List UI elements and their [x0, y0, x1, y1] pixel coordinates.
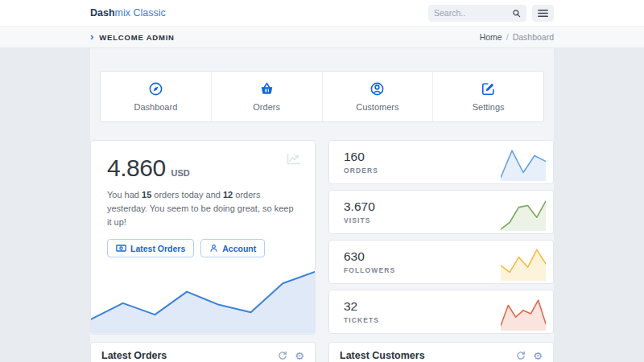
- brand-bold: Dash: [90, 7, 115, 19]
- nav-card-label: Settings: [473, 102, 505, 112]
- page-title: WELCOME ADMIN: [99, 33, 174, 42]
- edit-icon: [481, 81, 496, 97]
- orders-stat-label: ORDERS: [344, 167, 378, 175]
- quick-nav-block: Dashboard Orders: [100, 71, 544, 122]
- user-circle-icon: [369, 81, 385, 97]
- tickets-stat-label: TICKETS: [344, 316, 379, 324]
- breadcrumb-home-link[interactable]: Home: [480, 32, 502, 42]
- earnings-currency: USD: [171, 168, 190, 178]
- orders-yesterday-count: 12: [223, 190, 233, 200]
- nav-card-label: Dashboard: [134, 102, 177, 112]
- orders-stat-card[interactable]: 160 ORDERS: [328, 140, 554, 184]
- nav-card-customers[interactable]: Customers: [323, 72, 434, 121]
- latest-orders-panel: Latest Orders ⚙: [90, 342, 316, 362]
- followers-stat-card[interactable]: 630 FOLLOWERS: [328, 240, 554, 284]
- person-icon: [209, 244, 218, 253]
- breadcrumb: Home / Dashboard: [480, 32, 554, 42]
- earnings-amount: 4.860: [107, 154, 166, 182]
- earnings-area-chart: [91, 257, 315, 334]
- latest-orders-panel-title: Latest Orders: [101, 350, 167, 361]
- gear-icon[interactable]: ⚙: [295, 351, 304, 361]
- chevron-right-icon: ›: [90, 31, 93, 42]
- followers-sparkline-chart: [501, 247, 546, 281]
- tickets-stat-value: 32: [344, 299, 379, 314]
- nav-card-settings[interactable]: Settings: [433, 72, 543, 121]
- latest-customers-panel: Latest Customers ⚙: [328, 342, 554, 362]
- visits-stat-card[interactable]: 3.670 VISITS: [328, 190, 554, 234]
- search-box: [428, 5, 526, 22]
- brand-rest: mix Classic: [115, 7, 166, 19]
- page-header-bar: › WELCOME ADMIN Home / Dashboard: [0, 27, 644, 48]
- refresh-icon[interactable]: [516, 351, 526, 360]
- breadcrumb-separator: /: [506, 32, 509, 42]
- earnings-summary-card: 4.860 USD You had 15 orders today and 12…: [90, 140, 316, 335]
- followers-stat-value: 630: [344, 249, 395, 264]
- orders-stat-value: 160: [344, 150, 378, 164]
- account-button-label: Account: [222, 244, 256, 253]
- nav-card-label: Customers: [356, 102, 398, 112]
- orders-today-count: 15: [142, 190, 151, 200]
- earnings-description: You had 15 orders today and 12 orders ye…: [107, 188, 299, 229]
- nav-card-orders[interactable]: Orders: [212, 72, 323, 121]
- basket-icon: [259, 81, 275, 97]
- banknote-icon: [116, 245, 126, 252]
- visits-stat-value: 3.670: [344, 200, 375, 214]
- search-input[interactable]: [434, 8, 508, 18]
- visits-stat-label: VISITS: [344, 216, 375, 224]
- magnifier-icon[interactable]: [512, 9, 521, 18]
- top-header: Dashmix Classic: [0, 0, 644, 27]
- orders-sparkline-chart: [501, 147, 546, 181]
- latest-orders-button-label: Latest Orders: [130, 244, 185, 253]
- compass-icon: [148, 81, 163, 97]
- chart-line-icon: [286, 152, 302, 166]
- refresh-icon[interactable]: [278, 351, 287, 360]
- tickets-sparkline-chart: [501, 297, 546, 331]
- nav-card-dashboard[interactable]: Dashboard: [101, 72, 212, 121]
- tickets-stat-card[interactable]: 32 TICKETS: [328, 290, 554, 334]
- gear-icon[interactable]: ⚙: [533, 351, 543, 361]
- latest-customers-panel-title: Latest Customers: [340, 350, 425, 361]
- breadcrumb-current: Dashboard: [513, 32, 554, 42]
- latest-orders-button[interactable]: Latest Orders: [107, 239, 194, 257]
- visits-sparkline-chart: [501, 197, 546, 231]
- nav-card-label: Orders: [253, 102, 280, 112]
- account-button[interactable]: Account: [200, 239, 265, 257]
- followers-stat-label: FOLLOWERS: [344, 266, 395, 274]
- brand-logo[interactable]: Dashmix Classic: [90, 7, 166, 19]
- main-content: Dashboard Orders: [0, 48, 644, 362]
- hamburger-icon[interactable]: [532, 5, 554, 22]
